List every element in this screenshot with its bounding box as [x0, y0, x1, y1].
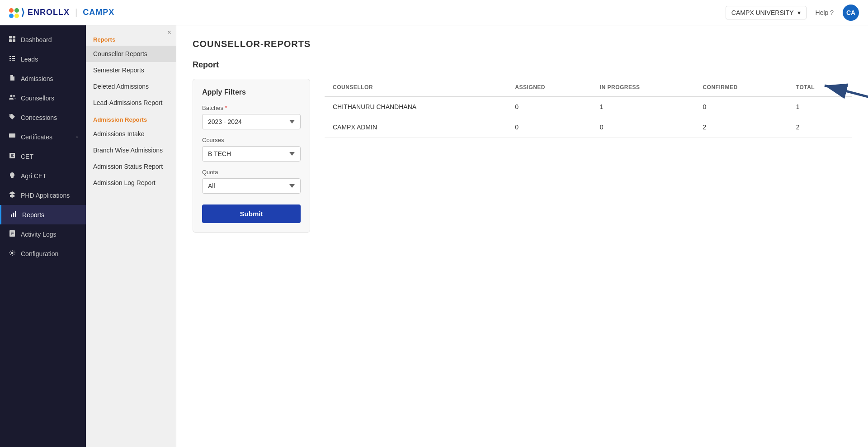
- sidebar-item-configuration[interactable]: Configuration: [0, 244, 86, 263]
- col-confirmed: CONFIRMED: [694, 79, 788, 96]
- university-selector[interactable]: CAMPX UNIVERSITY ▾: [726, 6, 807, 19]
- sidebar-item-label: CET: [21, 153, 78, 160]
- sub-panel-item-deleted-admissions[interactable]: Deleted Admissions: [86, 78, 176, 95]
- svg-rect-6: [9, 58, 11, 59]
- sidebar-item-cet[interactable]: CET: [0, 147, 86, 166]
- main-content: COUNSELLOR-REPORTS Report Apply Filters …: [176, 25, 868, 447]
- sidebar-item-reports[interactable]: Reports: [0, 205, 86, 224]
- sidebar-item-label: PHD Applications: [21, 192, 78, 199]
- cet-icon: [8, 152, 16, 161]
- university-name: CAMPX UNIVERSITY: [731, 9, 794, 16]
- sidebar-item-concessions[interactable]: Concessions: [0, 108, 86, 127]
- config-icon: [8, 249, 16, 258]
- sidebar-item-phd[interactable]: PHD Applications: [0, 185, 86, 205]
- courses-label: Courses: [202, 137, 301, 143]
- quota-filter-group: Quota AllManagementGovernment: [202, 169, 301, 194]
- sidebar-item-label: Concessions: [21, 114, 78, 121]
- main-layout: DashboardLeadsAdmissionsCounsellorsConce…: [0, 25, 868, 447]
- courses-select[interactable]: B TECHM TECHMBAMCA: [202, 146, 301, 162]
- content-wrapper: COUNSELLOR-REPORTS Report Apply Filters …: [193, 39, 852, 233]
- sidebar-item-label: Agri CET: [21, 172, 78, 180]
- filters-card: Apply Filters Batches * 2023 - 20242022 …: [193, 79, 310, 233]
- sub-panel-item-admission-log[interactable]: Admission Log Report: [86, 175, 176, 191]
- batches-filter-group: Batches * 2023 - 20242022 - 20232021 - 2…: [202, 105, 301, 129]
- file-icon: [8, 74, 16, 83]
- svg-rect-8: [9, 60, 11, 61]
- svg-rect-15: [13, 213, 14, 217]
- close-sub-panel-button[interactable]: ×: [167, 29, 171, 36]
- svg-point-10: [10, 95, 13, 97]
- tag-icon: [8, 113, 16, 122]
- svg-rect-7: [12, 58, 15, 59]
- chevron-right-icon: ›: [76, 134, 78, 139]
- topnav-right: CAMPX UNIVERSITY ▾ Help ? CA: [726, 5, 859, 21]
- svg-rect-12: [9, 133, 15, 138]
- logo-grid-icon: [9, 8, 18, 17]
- cell-total: 2: [788, 117, 852, 138]
- sub-panel-item-lead-admissions-report[interactable]: Lead-Admissions Report: [86, 95, 176, 111]
- cell-counsellor: CAMPX ADMIN: [325, 117, 507, 138]
- table-row: CAMPX ADMIN0022: [325, 117, 852, 138]
- sidebar-item-label: Admissions: [21, 75, 78, 82]
- svg-rect-3: [13, 39, 15, 42]
- quota-select[interactable]: AllManagementGovernment: [202, 178, 301, 194]
- sidebar-item-label: Reports: [22, 211, 78, 219]
- sub-panel-section-admission-reports: Admission Reports: [86, 113, 176, 126]
- report-section-label: Report: [193, 60, 852, 70]
- table-row: CHITHANURU CHANDHANA0101: [325, 96, 852, 117]
- chart-icon: [9, 210, 18, 219]
- sidebar: DashboardLeadsAdmissionsCounsellorsConce…: [0, 25, 86, 447]
- sidebar-item-label: Certificates: [21, 133, 72, 141]
- cell-confirmed: 0: [694, 96, 788, 117]
- sub-panel-section-reports: Reports: [86, 33, 176, 46]
- sidebar-item-label: Configuration: [21, 250, 78, 257]
- help-button[interactable]: Help ?: [816, 9, 834, 16]
- phd-icon: [8, 191, 16, 200]
- svg-point-11: [13, 95, 15, 97]
- col-assigned: ASSIGNED: [507, 79, 591, 96]
- cert-icon: [8, 133, 16, 141]
- enrollx-brand: ENROLLX: [28, 8, 70, 17]
- svg-rect-16: [15, 211, 16, 217]
- list-icon: [8, 55, 16, 63]
- sidebar-item-label: Dashboard: [21, 36, 78, 43]
- filters-title: Apply Filters: [202, 88, 301, 96]
- sub-panel-item-branch-wise[interactable]: Branch Wise Admissions: [86, 142, 176, 158]
- sub-panel: × ReportsCounsellor ReportsSemester Repo…: [86, 25, 176, 447]
- logo: ⟩ ENROLLX | CAMPX: [9, 7, 114, 19]
- sidebar-item-admissions[interactable]: Admissions: [0, 69, 86, 88]
- svg-rect-5: [12, 56, 15, 57]
- cell-assigned: 0: [507, 96, 591, 117]
- top-navbar: ⟩ ENROLLX | CAMPX CAMPX UNIVERSITY ▾ Hel…: [0, 0, 868, 25]
- cell-in_progress: 0: [592, 117, 695, 138]
- sidebar-item-dashboard[interactable]: Dashboard: [0, 30, 86, 49]
- sidebar-item-agri-cet[interactable]: Agri CET: [0, 166, 86, 185]
- batches-label: Batches *: [202, 105, 301, 111]
- logo-separator: |: [75, 7, 77, 18]
- svg-rect-9: [12, 60, 15, 61]
- sub-panel-item-admissions-intake[interactable]: Admissions Intake: [86, 126, 176, 142]
- sub-panel-item-counsellor-reports[interactable]: Counsellor Reports: [86, 46, 176, 62]
- grid-icon: [8, 35, 16, 44]
- col-counsellor: Counsellor: [325, 79, 507, 96]
- sidebar-item-activity-logs[interactable]: Activity Logs: [0, 224, 86, 244]
- cell-assigned: 0: [507, 117, 591, 138]
- cell-confirmed: 2: [694, 117, 788, 138]
- sidebar-item-leads[interactable]: Leads: [0, 49, 86, 69]
- page-title: COUNSELLOR-REPORTS: [193, 39, 852, 49]
- sub-panel-item-admission-status[interactable]: Admission Status Report: [86, 158, 176, 175]
- sidebar-item-counsellors[interactable]: Counsellors: [0, 88, 86, 108]
- user-avatar[interactable]: CA: [843, 5, 859, 21]
- submit-button[interactable]: Submit: [202, 204, 301, 223]
- svg-rect-14: [11, 214, 12, 217]
- sidebar-item-label: Counsellors: [21, 95, 78, 102]
- svg-point-18: [11, 252, 14, 254]
- users-icon: [8, 94, 16, 102]
- sidebar-item-certificates[interactable]: Certificates›: [0, 127, 86, 147]
- batches-select[interactable]: 2023 - 20242022 - 20232021 - 2022: [202, 114, 301, 129]
- log-icon: [8, 230, 16, 238]
- campx-brand: CAMPX: [83, 8, 114, 17]
- courses-filter-group: Courses B TECHM TECHMBAMCA: [202, 137, 301, 162]
- sub-panel-item-semester-reports[interactable]: Semester Reports: [86, 62, 176, 78]
- report-table-wrapper: CounsellorASSIGNEDIN PROGRESSCONFIRMEDTO…: [325, 79, 852, 138]
